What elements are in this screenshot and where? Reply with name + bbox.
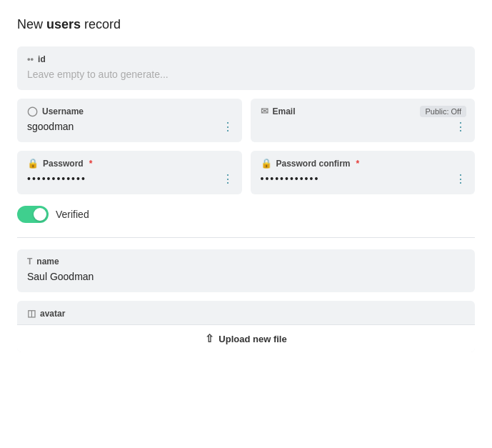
password-confirm-field: 🔒 Password confirm * •••••••••••• ⋮ (251, 151, 476, 194)
name-label: T name (27, 257, 465, 267)
password-generate-icon[interactable]: ⋮ (222, 172, 234, 186)
verified-toggle[interactable] (17, 206, 49, 223)
password-field: 🔒 Password * •••••••••••• ⋮ (17, 151, 242, 194)
id-label: •• id (27, 54, 465, 64)
password-label-text: Password (43, 159, 84, 169)
email-icon: ✉ (261, 106, 268, 116)
password-confirm-generate-icon[interactable]: ⋮ (455, 172, 466, 186)
email-field: ✉ Email Public: Off ⋮ (251, 99, 476, 142)
upload-icon: ⇧ (205, 332, 214, 345)
verified-row: Verified (17, 206, 475, 223)
email-generate-icon[interactable]: ⋮ (455, 120, 466, 134)
avatar-field: ◫ avatar ⇧ Upload new file (17, 301, 475, 352)
password-required: * (89, 159, 93, 169)
avatar-header: ◫ avatar (17, 301, 475, 324)
verified-label: Verified (56, 209, 89, 220)
password-value[interactable]: •••••••••••• (27, 171, 232, 186)
email-label-text: Email (273, 106, 296, 116)
password-confirm-label: 🔒 Password confirm * (261, 158, 466, 169)
id-value[interactable]: Leave empty to auto generate... (27, 67, 465, 81)
lock-icon: 🔒 (27, 158, 39, 169)
username-label-text: Username (42, 106, 84, 116)
username-label: ◯ Username (27, 106, 232, 116)
toggle-thumb (34, 208, 46, 221)
lock-confirm-icon: 🔒 (261, 158, 272, 169)
user-icon: ◯ (27, 106, 38, 116)
image-icon: ◫ (27, 308, 36, 319)
name-field: T name Saul Goodman (17, 249, 475, 292)
text-icon: T (27, 257, 32, 267)
password-confirm-required: * (356, 159, 360, 169)
name-value[interactable]: Saul Goodman (27, 269, 465, 284)
username-value[interactable]: sgoodman (27, 119, 232, 134)
section-divider (17, 237, 475, 238)
page-title: New users record (17, 17, 475, 32)
email-value[interactable] (261, 119, 466, 134)
username-field: ◯ Username sgoodman ⋮ (17, 99, 242, 142)
password-label: 🔒 Password * (27, 158, 232, 169)
upload-button[interactable]: ⇧ Upload new file (205, 332, 286, 345)
upload-label: Upload new file (219, 334, 286, 344)
key-icon: •• (27, 54, 34, 64)
password-confirm-label-text: Password confirm (276, 159, 351, 169)
email-public-badge: Public: Off (420, 106, 466, 117)
password-confirm-value[interactable]: •••••••••••• (261, 171, 466, 186)
id-label-text: id (38, 54, 46, 64)
avatar-label-text: avatar (40, 309, 65, 319)
upload-area[interactable]: ⇧ Upload new file (17, 324, 475, 352)
id-field: •• id Leave empty to auto generate... (17, 46, 475, 90)
username-generate-icon[interactable]: ⋮ (222, 120, 234, 134)
name-label-text: name (36, 257, 59, 267)
